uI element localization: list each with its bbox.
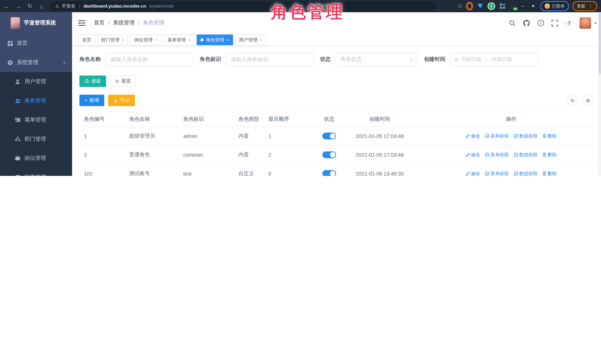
extension-grid-icon[interactable] <box>499 3 506 10</box>
chevron-down-icon: ∨ <box>410 57 413 62</box>
sidebar-item-menu-management[interactable]: 菜单管理 <box>0 110 72 129</box>
fullscreen-icon[interactable] <box>551 19 559 27</box>
url-host: dashboard.yudao.iocoder.cn <box>83 3 146 9</box>
cell-display-order: 1 <box>264 133 312 139</box>
add-button[interactable]: + 新增 <box>79 95 104 106</box>
menu-fold-icon[interactable] <box>78 20 85 26</box>
extension-pin-icon[interactable]: ✦ <box>530 3 537 10</box>
tag-home[interactable]: 首页 <box>78 34 95 45</box>
sidebar-item-label: 菜单管理 <box>24 117 46 123</box>
extension-gem-icon[interactable] <box>477 3 484 10</box>
delete-link[interactable]: 删除 <box>542 151 557 158</box>
plus-icon: + <box>85 98 87 103</box>
export-button[interactable]: 导出 <box>108 95 135 106</box>
end-date-placeholder: 结束日期 <box>492 56 512 63</box>
sidebar-item-label: 首页 <box>17 40 28 47</box>
forward-icon[interactable]: → <box>14 1 23 11</box>
sidebar-item-system-management[interactable]: 系统管理 ∧ <box>0 53 72 72</box>
range-separator: - <box>486 57 487 62</box>
sidebar-item-dict-management[interactable]: 字典管理 <box>0 168 72 176</box>
tag-role-management[interactable]: 角色管理 × <box>197 34 233 45</box>
delete-link[interactable]: 删除 <box>542 133 557 139</box>
cell-create-time: 2021-01-05 17:03:48 <box>347 133 429 139</box>
close-icon[interactable]: × <box>155 38 157 42</box>
data-permission-link[interactable]: 数据权限 <box>513 151 538 158</box>
user-group-icon <box>15 98 21 104</box>
caret-down-icon[interactable]: ▾ <box>594 21 596 25</box>
menu-kebab-icon[interactable]: ⋮ <box>588 3 593 9</box>
sidebar-item-user-management[interactable]: 用户管理 <box>0 72 72 91</box>
back-icon[interactable]: ← <box>2 1 11 11</box>
user-avatar[interactable] <box>580 17 591 29</box>
tag-post-management[interactable]: 岗位管理 × <box>130 34 161 45</box>
close-icon[interactable]: × <box>260 38 262 42</box>
extension-sprout-icon[interactable]: ❧ <box>520 3 526 9</box>
home-icon[interactable]: ⌂ <box>37 1 46 11</box>
edit-link-label: 修改 <box>471 133 480 139</box>
help-icon[interactable]: ? <box>537 19 544 27</box>
close-icon[interactable]: × <box>227 38 229 42</box>
bookmark-star-icon[interactable]: ☆ <box>458 3 462 9</box>
close-icon[interactable]: × <box>122 38 124 42</box>
search-icon[interactable] <box>509 19 516 27</box>
edit-link-label: 修改 <box>471 170 480 176</box>
close-icon[interactable]: × <box>188 38 190 42</box>
breadcrumb-system[interactable]: 系统管理 <box>113 20 134 27</box>
extension-recorder-icon[interactable]: on <box>510 3 516 9</box>
scrollbar-thumb[interactable] <box>599 13 601 74</box>
github-icon[interactable] <box>523 19 531 27</box>
extension-seven-icon[interactable]: 7 <box>488 2 495 10</box>
font-size-icon[interactable]: TT <box>565 19 573 27</box>
gear-icon <box>7 59 13 66</box>
status-toggle[interactable] <box>322 151 336 158</box>
cell-role-id: 101 <box>79 171 124 176</box>
menu-permission-link[interactable]: 菜单权限 <box>485 151 509 158</box>
role-name-input[interactable] <box>105 53 193 66</box>
main-content: 角色名称 角色标识 状态 角色状态 ∨ 创建时间 ⊞ 开始日期 - 结束日期 搜… <box>72 46 601 176</box>
tag-dept-management[interactable]: 部门管理 × <box>97 34 128 45</box>
scrollbar[interactable] <box>598 12 601 176</box>
header-status: 状态 <box>312 116 347 123</box>
edit-link[interactable]: 修改 <box>465 170 480 176</box>
status-toggle[interactable] <box>322 133 336 139</box>
search-form: 角色名称 角色标识 状态 角色状态 ∨ 创建时间 ⊞ 开始日期 - 结束日期 <box>79 53 593 66</box>
tag-menu-management[interactable]: 菜单管理 × <box>163 34 194 45</box>
refresh-table-icon[interactable]: ↻ <box>567 95 578 106</box>
reset-button[interactable]: ↻ 重置 <box>110 76 136 87</box>
svg-text:T: T <box>568 20 571 26</box>
data-permission-link[interactable]: 数据权限 <box>513 133 538 139</box>
chrome-update-button[interactable]: 更新 ⋮ <box>573 1 597 11</box>
tag-user-management[interactable]: 用户管理 × <box>235 34 266 45</box>
menu-permission-link[interactable]: 菜单权限 <box>485 170 509 176</box>
status-toggle[interactable] <box>322 170 336 176</box>
tree-list-icon <box>15 117 21 123</box>
sidebar-item-role-management[interactable]: 角色管理 <box>0 91 72 110</box>
table-header-row: 角色编号 角色名称 角色标识 角色类型 显示顺序 状态 创建时间 操作 <box>79 111 593 127</box>
reset-button-label: 重置 <box>121 78 131 84</box>
reload-icon[interactable]: ↻ <box>25 1 35 11</box>
edit-link[interactable]: 修改 <box>465 133 480 139</box>
logo[interactable]: 芋道管理系统 <box>0 12 72 34</box>
recording-paused-pill[interactable]: ☺ 已暂停 <box>541 1 569 11</box>
address-bar[interactable]: ⚠ 不安全 | dashboard.yudao.iocoder.cn/syste… <box>50 1 436 11</box>
menu-permission-link[interactable]: 菜单权限 <box>485 133 509 139</box>
cell-role-name: 测试账号 <box>125 170 179 176</box>
sidebar-item-home[interactable]: 首页 <box>0 34 72 53</box>
role-code-input[interactable] <box>226 53 314 66</box>
sidebar-item-dept-management[interactable]: 部门管理 <box>0 129 72 148</box>
calendar-icon: ⊞ <box>454 57 458 62</box>
sidebar-menu: 首页 系统管理 ∧ 用户管理 <box>0 34 72 176</box>
status-select[interactable]: 角色状态 ∨ <box>335 53 418 66</box>
tag-label: 用户管理 <box>239 37 257 43</box>
data-permission-link[interactable]: 数据权限 <box>513 170 538 176</box>
cell-role-id: 2 <box>79 152 124 158</box>
sidebar-item-post-management[interactable]: 岗位管理 <box>0 149 72 168</box>
breadcrumb-home[interactable]: 首页 <box>94 20 105 27</box>
date-range-picker[interactable]: ⊞ 开始日期 - 结束日期 <box>450 53 539 66</box>
column-settings-icon[interactable]: ⚙ <box>583 95 593 106</box>
extension-donut-icon[interactable] <box>466 3 473 10</box>
edit-link[interactable]: 修改 <box>465 151 480 158</box>
search-button[interactable]: 搜索 <box>79 76 106 87</box>
delete-link[interactable]: 删除 <box>542 170 557 176</box>
sidebar-item-label: 角色管理 <box>24 97 46 104</box>
